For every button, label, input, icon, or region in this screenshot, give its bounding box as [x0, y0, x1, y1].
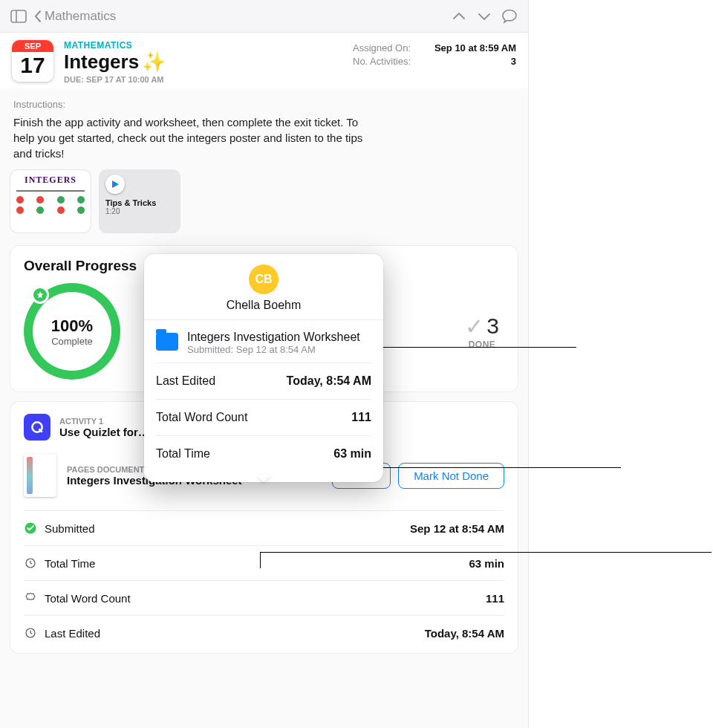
- word-count-label: Total Word Count: [45, 592, 131, 605]
- po-word-value: 111: [351, 411, 371, 424]
- po-time-value: 63 min: [333, 447, 371, 461]
- po-word-label: Total Word Count: [156, 411, 247, 424]
- chat-icon[interactable]: [500, 7, 519, 26]
- instructions-text: Finish the app activity and worksheet, t…: [0, 114, 386, 170]
- poster-title: INTEGERS: [16, 175, 85, 186]
- progress-complete-label: Complete: [51, 336, 93, 347]
- row-submitted: Submitted Sep 12 at 8:54 AM: [24, 511, 504, 546]
- chevron-down-icon[interactable]: [475, 7, 494, 26]
- back-button[interactable]: Mathematics: [34, 9, 116, 24]
- row-last-edited: Last Edited Today, 8:54 AM: [24, 616, 504, 650]
- activity-title: Use Quizlet for…: [59, 426, 149, 438]
- page-title: Integers ✨: [64, 51, 342, 74]
- callout-line: [383, 347, 576, 348]
- chevron-left-icon: [34, 10, 42, 23]
- calendar-day: 17: [20, 52, 45, 79]
- category-label: MATHEMATICS: [64, 40, 342, 51]
- po-last-edited-label: Last Edited: [156, 374, 215, 388]
- clock-icon: [24, 556, 37, 570]
- activities-count-value: 3: [511, 56, 516, 67]
- clock-icon: [24, 626, 37, 640]
- popover-file-row[interactable]: Integers Investigation Worksheet Submitt…: [144, 320, 383, 363]
- callout-line: [260, 552, 261, 568]
- last-edited-label: Last Edited: [45, 627, 100, 640]
- mark-not-done-button[interactable]: Mark Not Done: [398, 463, 504, 489]
- submitted-label: Submitted: [45, 522, 95, 535]
- popover-file-title: Integers Investigation Worksheet: [187, 331, 360, 344]
- stat-done-number: 3: [486, 313, 499, 339]
- checkmark-icon: ✓: [465, 313, 484, 339]
- star-badge-icon: [31, 286, 49, 304]
- submitted-value: Sep 12 at 8:54 AM: [410, 522, 504, 535]
- popover-file-subtitle: Submitted: Sep 12 at 8:54 AM: [187, 344, 360, 355]
- calendar-month: SEP: [12, 40, 53, 52]
- po-last-edited-value: Today, 8:54 AM: [287, 374, 371, 388]
- attachment-audio[interactable]: Tips & Tricks 1:20: [100, 170, 180, 233]
- popover-row-last-edited: Last EditedToday, 8:54 AM: [156, 363, 371, 399]
- stat-done-label: DONE: [460, 339, 504, 350]
- attachment-poster[interactable]: INTEGERS: [10, 170, 91, 233]
- total-time-value: 63 min: [469, 557, 504, 570]
- student-progress-popover: CB Chella Boehm Integers Investigation W…: [144, 254, 383, 482]
- due-label: DUE: SEP 17 AT 10:00 AM: [64, 75, 342, 84]
- svg-rect-0: [11, 10, 26, 22]
- progress-percent: 100%: [51, 316, 93, 336]
- folder-icon: [156, 333, 178, 351]
- title-text: Integers: [64, 51, 139, 74]
- check-circle-icon: [24, 521, 37, 535]
- assignment-header: SEP 17 MATHEMATICS Integers ✨ DUE: SEP 1…: [0, 33, 528, 88]
- student-name: Chella Boehm: [144, 299, 383, 312]
- stat-done: ✓3 DONE: [460, 313, 504, 350]
- app-window: Mathematics SEP 17 MATHEMATICS Integers …: [0, 0, 529, 728]
- assigned-on-value: Sep 10 at 8:59 AM: [434, 42, 516, 53]
- sparkle-icon: ✨: [142, 51, 166, 74]
- chevron-up-icon[interactable]: [449, 7, 469, 26]
- document-thumbnail-icon[interactable]: [24, 454, 56, 497]
- instructions-heading: Instructions:: [0, 88, 528, 114]
- last-edited-value: Today, 8:54 AM: [425, 627, 504, 640]
- po-time-label: Total Time: [156, 447, 210, 461]
- avatar: CB: [249, 264, 279, 294]
- toolbar: Mathematics: [0, 0, 528, 33]
- callout-line: [383, 467, 621, 468]
- activities-count-label: No. Activities:: [353, 56, 411, 67]
- sidebar-toggle-icon[interactable]: [9, 7, 28, 26]
- activity-overline: ACTIVITY 1: [59, 417, 149, 426]
- attachments-row: INTEGERS Tips & Tricks 1:20: [0, 170, 528, 246]
- quizlet-icon: [24, 414, 51, 441]
- row-word-count: Total Word Count 111: [24, 581, 504, 616]
- popover-row-word-count: Total Word Count111: [156, 399, 371, 435]
- progress-ring: 100% Complete: [24, 283, 120, 380]
- audio-title: Tips & Tricks: [105, 198, 174, 207]
- audio-duration: 1:20: [105, 207, 174, 215]
- badge-icon: [24, 591, 37, 605]
- popover-row-total-time: Total Time63 min: [156, 435, 371, 472]
- back-label: Mathematics: [45, 9, 116, 24]
- word-count-value: 111: [486, 592, 504, 605]
- play-icon: [105, 175, 125, 194]
- callout-line: [260, 552, 712, 553]
- assignment-meta: Assigned On:Sep 10 at 8:59 AM No. Activi…: [353, 40, 516, 84]
- assigned-on-label: Assigned On:: [353, 42, 411, 53]
- total-time-label: Total Time: [45, 557, 95, 570]
- document-details-list: Submitted Sep 12 at 8:54 AM Total Time 6…: [24, 510, 504, 650]
- calendar-icon: SEP 17: [12, 40, 53, 82]
